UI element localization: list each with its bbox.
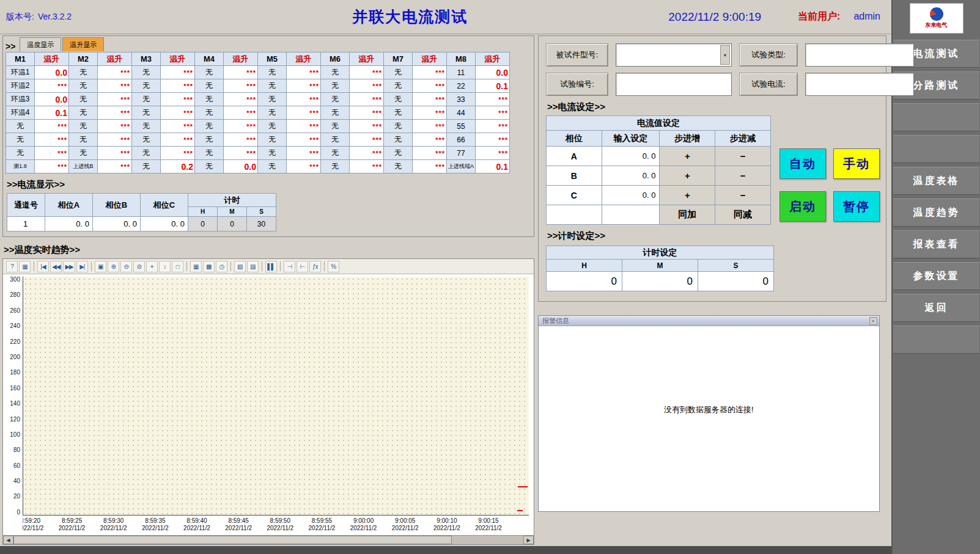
zoom-window-icon[interactable]: ▣ [95, 261, 106, 272]
x-axis-label: 8:59:552022/11/2 [309, 517, 336, 532]
timer-h-input[interactable]: 0 [547, 272, 622, 291]
tab-temperature-rise-display[interactable]: 温升显示 [62, 37, 104, 51]
setting-col-header: 输入设定 [602, 131, 660, 147]
temp-rise-value-cell: *** [476, 93, 510, 106]
nav-first-icon[interactable]: |◀ [37, 261, 49, 272]
layout-grid-icon[interactable]: ▦ [190, 261, 202, 272]
axis-scale-icon[interactable]: ↕ [159, 261, 171, 272]
help-icon[interactable]: ? [6, 261, 18, 272]
function-icon[interactable]: ƒx [309, 261, 321, 272]
cursor-track-icon[interactable]: ⊣ [284, 261, 295, 272]
current-display-table: 通道号 相位A 相位B 相位C 计时 H M S 1 [7, 193, 276, 231]
sidebar-item-blank-1[interactable] [893, 103, 979, 131]
nav-next-icon[interactable]: ▶▶ [63, 261, 75, 272]
temp-rise-value-cell: 0.0 [224, 160, 258, 173]
chart-export-icon[interactable]: ▦ [19, 261, 31, 272]
current-input-cell[interactable]: 0. 0 [602, 186, 660, 205]
sidebar-item-blank-2[interactable] [893, 135, 979, 163]
scrollbar-track[interactable] [13, 536, 523, 544]
zoom-in-icon[interactable]: ⊕ [108, 261, 119, 272]
test-type-input[interactable] [805, 43, 914, 67]
sidebar-item-temperature-trend[interactable]: 温度趋势 [893, 199, 979, 227]
step-decrease-button[interactable]: − [715, 166, 771, 186]
tab-temperature-display[interactable]: 温度显示 [20, 37, 61, 51]
current-setting-row: 电流值设定相位输入设定步进增步进减A0. 0+−B0. 0+−C0. 0+−同加… [546, 115, 880, 225]
nav-prev-icon[interactable]: ◀◀ [50, 261, 62, 272]
layout-overlay-icon[interactable]: ▩ [203, 261, 215, 272]
auto-button[interactable]: 自动 [779, 148, 826, 179]
close-icon[interactable]: × [869, 317, 877, 325]
sidebar-item-blank-3[interactable] [893, 326, 979, 354]
channel-name-cell: 无 [195, 120, 224, 133]
y-axis-label: 20 [13, 494, 20, 500]
current-input-cell[interactable] [602, 205, 660, 225]
test-number-input[interactable] [616, 73, 732, 96]
step-decrease-button[interactable]: − [715, 147, 771, 166]
channel-name-cell: 环温4 [6, 106, 35, 120]
channel-name-cell: 33 [447, 93, 476, 106]
pause-icon[interactable]: ▌▌ [265, 261, 277, 272]
step-increase-button[interactable]: 同加 [660, 205, 715, 225]
pause-button[interactable]: 暂停 [833, 191, 880, 222]
percent-icon[interactable]: % [328, 261, 339, 272]
right-panel: 被试件型号: ▼ 试验类型: 试验编号: 试验电流: [538, 35, 890, 546]
timer-m-input[interactable]: 0 [622, 272, 698, 291]
test-current-input[interactable] [805, 73, 914, 96]
manual-button[interactable]: 手动 [833, 148, 880, 179]
test-info-form: 被试件型号: ▼ 试验类型: 试验编号: 试验电流: [546, 43, 880, 96]
history-clock-icon[interactable]: ◷ [216, 261, 227, 272]
x-axis-label: 9:00:102022/11/2 [433, 517, 460, 532]
step-decrease-button[interactable]: − [715, 186, 771, 205]
temp-rise-value-cell: *** [98, 66, 132, 79]
zoom-undo-icon[interactable]: ⊘ [133, 261, 145, 272]
channel-name-cell: 无 [69, 120, 98, 133]
toolbar-separator [280, 261, 281, 271]
step-increase-button[interactable]: + [660, 147, 715, 166]
properties-icon[interactable]: □ [172, 261, 183, 272]
alarm-title: 报警信息 [542, 316, 569, 326]
y-axis-label: 200 [10, 354, 20, 360]
timer-h-header: H [547, 260, 622, 272]
sidebar-item-temperature-table[interactable]: 温度表格 [893, 167, 979, 195]
device-model-select[interactable]: ▼ [616, 43, 732, 67]
step-increase-button[interactable]: + [660, 186, 715, 205]
header: 版本号:Ver.3.2.2 并联大电流测试 2022/11/2 9:00:19 … [0, 0, 891, 34]
channel-name-cell: 无 [321, 93, 350, 106]
current-input-cell[interactable]: 0. 0 [602, 166, 660, 186]
step-decrease-button[interactable]: 同减 [715, 205, 771, 225]
channel-name-cell: 无 [321, 66, 350, 79]
nav-last-icon[interactable]: ▶| [76, 261, 88, 272]
compare-left-icon[interactable]: ▧ [234, 261, 246, 272]
compare-right-icon[interactable]: ▨ [247, 261, 259, 272]
scroll-left-icon[interactable]: ◀ [3, 536, 13, 544]
temp-rise-value-cell: *** [98, 106, 132, 120]
zoom-out-icon[interactable]: ⊖ [120, 261, 132, 272]
scroll-right-icon[interactable]: ▶ [523, 536, 534, 544]
col-header-channel: M6 [321, 53, 350, 66]
datetime-display: 2022/11/2 9:00:19 [668, 10, 798, 24]
timer-s-input[interactable]: 0 [698, 272, 774, 291]
step-increase-button[interactable]: + [660, 166, 715, 186]
cursor-range-icon[interactable]: ⊢ [297, 261, 308, 272]
chevron-down-icon[interactable]: ▼ [720, 45, 730, 65]
sidebar-item-parameter-settings[interactable]: 参数设置 [893, 262, 979, 290]
current-input-cell[interactable]: 0. 0 [602, 147, 660, 166]
temp-rise-value-cell: *** [413, 66, 447, 79]
trend-plot-area[interactable] [23, 277, 529, 516]
temp-rise-value-cell: *** [161, 93, 195, 106]
timer-setting-table: 计时设定 H M S 0 0 0 [546, 246, 774, 291]
temp-rise-value-cell: *** [350, 120, 384, 133]
channel-name-cell: 无 [132, 120, 161, 133]
channel-name-cell: 无 [195, 93, 224, 106]
temp-rise-value-cell: *** [350, 160, 384, 173]
display-tabs: >> 温度显示温升显示 [6, 37, 531, 51]
channel-name-cell: 无 [384, 120, 413, 133]
chart-scrollbar[interactable]: ◀ ▶ [3, 535, 534, 544]
sidebar-item-report-view[interactable]: 报表查看 [893, 230, 979, 258]
sidebar-item-back[interactable]: 返回 [893, 294, 979, 322]
channel-name-cell: 22 [447, 79, 476, 93]
start-button[interactable]: 启动 [779, 191, 826, 222]
y-axis-label: 300 [10, 277, 20, 283]
pan-icon[interactable]: + [146, 261, 158, 272]
scrollbar-thumb[interactable] [13, 536, 452, 544]
